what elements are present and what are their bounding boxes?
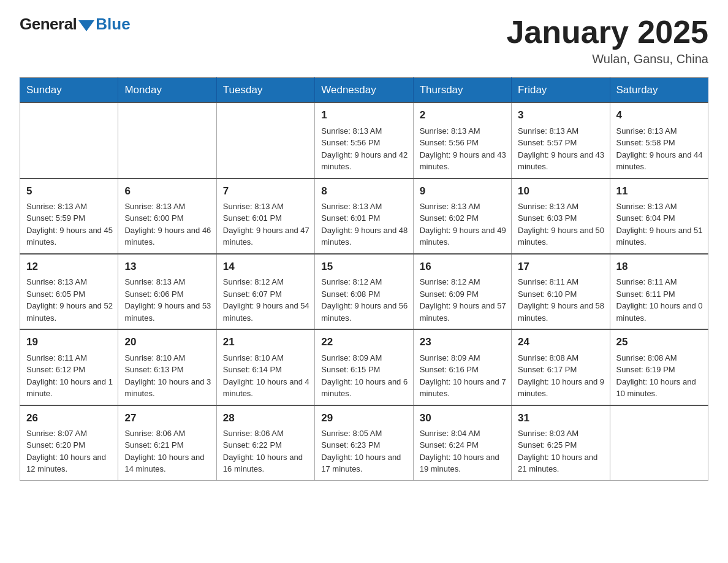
day-info: Sunrise: 8:08 AM Sunset: 6:17 PM Dayligh…: [518, 352, 604, 400]
day-number: 7: [223, 183, 309, 199]
calendar-week-row: 12Sunrise: 8:13 AM Sunset: 6:05 PM Dayli…: [20, 254, 708, 329]
day-number: 28: [223, 410, 309, 426]
day-info: Sunrise: 8:13 AM Sunset: 6:00 PM Dayligh…: [124, 201, 211, 248]
day-info: Sunrise: 8:12 AM Sunset: 6:08 PM Dayligh…: [321, 276, 408, 324]
calendar-cell: 31Sunrise: 8:03 AM Sunset: 6:25 PM Dayli…: [512, 405, 610, 481]
day-number: 11: [616, 183, 703, 199]
day-number: 29: [321, 410, 408, 426]
day-number: 19: [26, 334, 113, 350]
day-number: 25: [616, 334, 703, 350]
day-info: Sunrise: 8:13 AM Sunset: 6:06 PM Dayligh…: [124, 276, 211, 324]
day-info: Sunrise: 8:12 AM Sunset: 6:07 PM Dayligh…: [223, 276, 309, 324]
calendar-table: SundayMondayTuesdayWednesdayThursdayFrid…: [20, 77, 708, 481]
calendar-cell: 11Sunrise: 8:13 AM Sunset: 6:04 PM Dayli…: [610, 178, 708, 254]
day-info: Sunrise: 8:11 AM Sunset: 6:11 PM Dayligh…: [616, 276, 703, 324]
calendar-cell: 4Sunrise: 8:13 AM Sunset: 5:58 PM Daylig…: [610, 102, 708, 178]
column-header-thursday: Thursday: [413, 78, 511, 103]
calendar-cell: [610, 405, 708, 481]
day-number: 12: [26, 259, 113, 275]
day-number: 31: [518, 410, 604, 426]
calendar-cell: 18Sunrise: 8:11 AM Sunset: 6:11 PM Dayli…: [610, 254, 708, 329]
day-info: Sunrise: 8:09 AM Sunset: 6:16 PM Dayligh…: [420, 352, 506, 400]
day-info: Sunrise: 8:11 AM Sunset: 6:12 PM Dayligh…: [26, 352, 113, 400]
logo: General Blue: [20, 15, 131, 34]
calendar-cell: 24Sunrise: 8:08 AM Sunset: 6:17 PM Dayli…: [512, 329, 610, 405]
day-info: Sunrise: 8:13 AM Sunset: 5:59 PM Dayligh…: [26, 201, 113, 248]
calendar-cell: 20Sunrise: 8:10 AM Sunset: 6:13 PM Dayli…: [118, 329, 216, 405]
location-subtitle: Wulan, Gansu, China: [506, 52, 708, 66]
column-header-friday: Friday: [512, 78, 610, 103]
day-info: Sunrise: 8:13 AM Sunset: 5:57 PM Dayligh…: [518, 125, 604, 173]
day-info: Sunrise: 8:12 AM Sunset: 6:09 PM Dayligh…: [420, 276, 506, 324]
day-number: 15: [321, 259, 408, 275]
column-header-wednesday: Wednesday: [315, 78, 413, 103]
day-info: Sunrise: 8:06 AM Sunset: 6:22 PM Dayligh…: [223, 427, 309, 475]
calendar-cell: [118, 102, 216, 178]
column-header-saturday: Saturday: [610, 78, 708, 103]
calendar-cell: 9Sunrise: 8:13 AM Sunset: 6:02 PM Daylig…: [413, 178, 511, 254]
calendar-week-row: 19Sunrise: 8:11 AM Sunset: 6:12 PM Dayli…: [20, 329, 708, 405]
day-number: 6: [124, 183, 211, 199]
calendar-cell: 27Sunrise: 8:06 AM Sunset: 6:21 PM Dayli…: [118, 405, 216, 481]
day-number: 20: [124, 334, 211, 350]
logo-general-text: General: [20, 15, 77, 34]
day-number: 18: [616, 259, 703, 275]
day-number: 8: [321, 183, 408, 199]
calendar-week-row: 1Sunrise: 8:13 AM Sunset: 5:56 PM Daylig…: [20, 102, 708, 178]
calendar-cell: 25Sunrise: 8:08 AM Sunset: 6:19 PM Dayli…: [610, 329, 708, 405]
day-info: Sunrise: 8:07 AM Sunset: 6:20 PM Dayligh…: [26, 427, 113, 475]
calendar-cell: 30Sunrise: 8:04 AM Sunset: 6:24 PM Dayli…: [413, 405, 511, 481]
calendar-week-row: 5Sunrise: 8:13 AM Sunset: 5:59 PM Daylig…: [20, 178, 708, 254]
day-number: 23: [420, 334, 506, 350]
day-number: 16: [420, 259, 506, 275]
calendar-header-row: SundayMondayTuesdayWednesdayThursdayFrid…: [20, 78, 708, 103]
day-info: Sunrise: 8:13 AM Sunset: 5:56 PM Dayligh…: [321, 125, 408, 173]
calendar-cell: 17Sunrise: 8:11 AM Sunset: 6:10 PM Dayli…: [512, 254, 610, 329]
day-number: 17: [518, 259, 604, 275]
day-number: 27: [124, 410, 211, 426]
day-number: 4: [616, 107, 703, 123]
day-info: Sunrise: 8:10 AM Sunset: 6:14 PM Dayligh…: [223, 352, 309, 400]
calendar-cell: 3Sunrise: 8:13 AM Sunset: 5:57 PM Daylig…: [512, 102, 610, 178]
day-info: Sunrise: 8:04 AM Sunset: 6:24 PM Dayligh…: [420, 427, 506, 475]
page-header: General Blue January 2025 Wulan, Gansu, …: [20, 15, 708, 66]
day-number: 22: [321, 334, 408, 350]
day-number: 5: [26, 183, 113, 199]
day-number: 21: [223, 334, 309, 350]
day-info: Sunrise: 8:13 AM Sunset: 6:04 PM Dayligh…: [616, 201, 703, 248]
day-info: Sunrise: 8:06 AM Sunset: 6:21 PM Dayligh…: [124, 427, 211, 475]
day-info: Sunrise: 8:09 AM Sunset: 6:15 PM Dayligh…: [321, 352, 408, 400]
day-info: Sunrise: 8:11 AM Sunset: 6:10 PM Dayligh…: [518, 276, 604, 324]
calendar-cell: [20, 102, 118, 178]
calendar-cell: 12Sunrise: 8:13 AM Sunset: 6:05 PM Dayli…: [20, 254, 118, 329]
calendar-cell: 29Sunrise: 8:05 AM Sunset: 6:23 PM Dayli…: [315, 405, 413, 481]
day-number: 9: [420, 183, 506, 199]
day-number: 14: [223, 259, 309, 275]
day-info: Sunrise: 8:13 AM Sunset: 6:01 PM Dayligh…: [223, 201, 309, 248]
calendar-cell: 1Sunrise: 8:13 AM Sunset: 5:56 PM Daylig…: [315, 102, 413, 178]
day-info: Sunrise: 8:13 AM Sunset: 5:56 PM Dayligh…: [420, 125, 506, 173]
column-header-tuesday: Tuesday: [216, 78, 314, 103]
day-number: 1: [321, 107, 408, 123]
calendar-cell: 21Sunrise: 8:10 AM Sunset: 6:14 PM Dayli…: [216, 329, 314, 405]
day-info: Sunrise: 8:10 AM Sunset: 6:13 PM Dayligh…: [124, 352, 211, 400]
calendar-cell: 16Sunrise: 8:12 AM Sunset: 6:09 PM Dayli…: [413, 254, 511, 329]
day-number: 13: [124, 259, 211, 275]
calendar-cell: 2Sunrise: 8:13 AM Sunset: 5:56 PM Daylig…: [413, 102, 511, 178]
day-info: Sunrise: 8:13 AM Sunset: 6:02 PM Dayligh…: [420, 201, 506, 248]
day-number: 30: [420, 410, 506, 426]
day-info: Sunrise: 8:13 AM Sunset: 5:58 PM Dayligh…: [616, 125, 703, 173]
day-number: 3: [518, 107, 604, 123]
calendar-cell: 19Sunrise: 8:11 AM Sunset: 6:12 PM Dayli…: [20, 329, 118, 405]
day-number: 10: [518, 183, 604, 199]
calendar-cell: 14Sunrise: 8:12 AM Sunset: 6:07 PM Dayli…: [216, 254, 314, 329]
calendar-cell: 13Sunrise: 8:13 AM Sunset: 6:06 PM Dayli…: [118, 254, 216, 329]
day-info: Sunrise: 8:13 AM Sunset: 6:05 PM Dayligh…: [26, 276, 113, 324]
calendar-cell: 22Sunrise: 8:09 AM Sunset: 6:15 PM Dayli…: [315, 329, 413, 405]
calendar-cell: 8Sunrise: 8:13 AM Sunset: 6:01 PM Daylig…: [315, 178, 413, 254]
calendar-cell: 7Sunrise: 8:13 AM Sunset: 6:01 PM Daylig…: [216, 178, 314, 254]
calendar-cell: 5Sunrise: 8:13 AM Sunset: 5:59 PM Daylig…: [20, 178, 118, 254]
day-number: 2: [420, 107, 506, 123]
day-number: 24: [518, 334, 604, 350]
calendar-cell: 6Sunrise: 8:13 AM Sunset: 6:00 PM Daylig…: [118, 178, 216, 254]
